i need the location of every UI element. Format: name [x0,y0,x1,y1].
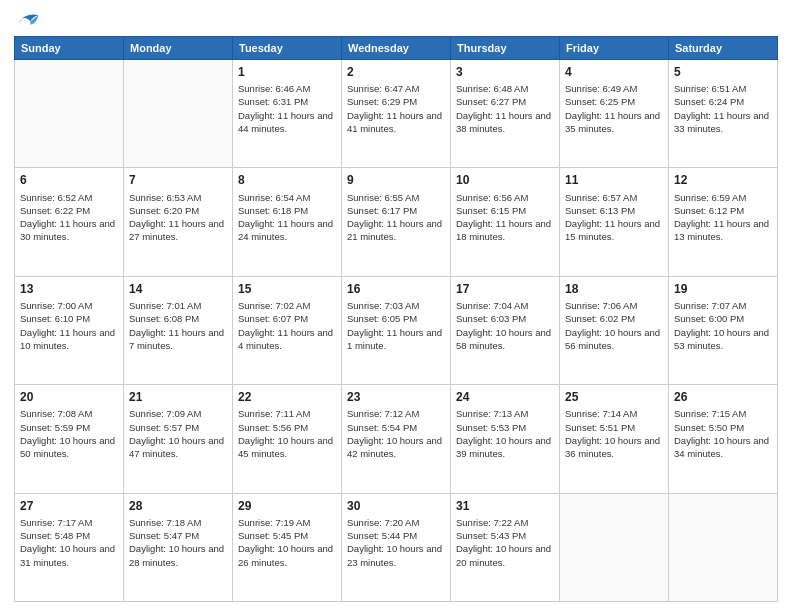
day-info: Sunrise: 7:18 AM Sunset: 5:47 PM Dayligh… [129,516,227,569]
day-number: 21 [129,389,227,405]
day-info: Sunrise: 6:56 AM Sunset: 6:15 PM Dayligh… [456,191,554,244]
day-info: Sunrise: 7:02 AM Sunset: 6:07 PM Dayligh… [238,299,336,352]
calendar-cell [560,493,669,601]
day-number: 24 [456,389,554,405]
day-number: 4 [565,64,663,80]
day-number: 18 [565,281,663,297]
calendar-day-header: Thursday [451,37,560,60]
day-number: 16 [347,281,445,297]
calendar-cell: 2Sunrise: 6:47 AM Sunset: 6:29 PM Daylig… [342,60,451,168]
calendar-week-row: 1Sunrise: 6:46 AM Sunset: 6:31 PM Daylig… [15,60,778,168]
logo [14,14,40,30]
day-number: 13 [20,281,118,297]
calendar-day-header: Friday [560,37,669,60]
calendar-cell: 8Sunrise: 6:54 AM Sunset: 6:18 PM Daylig… [233,168,342,276]
day-info: Sunrise: 6:46 AM Sunset: 6:31 PM Dayligh… [238,82,336,135]
calendar-day-header: Sunday [15,37,124,60]
day-number: 9 [347,172,445,188]
calendar-cell: 22Sunrise: 7:11 AM Sunset: 5:56 PM Dayli… [233,385,342,493]
day-info: Sunrise: 7:12 AM Sunset: 5:54 PM Dayligh… [347,407,445,460]
day-info: Sunrise: 7:03 AM Sunset: 6:05 PM Dayligh… [347,299,445,352]
calendar-cell: 25Sunrise: 7:14 AM Sunset: 5:51 PM Dayli… [560,385,669,493]
day-info: Sunrise: 7:14 AM Sunset: 5:51 PM Dayligh… [565,407,663,460]
calendar-cell: 12Sunrise: 6:59 AM Sunset: 6:12 PM Dayli… [669,168,778,276]
day-info: Sunrise: 7:13 AM Sunset: 5:53 PM Dayligh… [456,407,554,460]
day-info: Sunrise: 7:06 AM Sunset: 6:02 PM Dayligh… [565,299,663,352]
day-number: 6 [20,172,118,188]
day-info: Sunrise: 6:54 AM Sunset: 6:18 PM Dayligh… [238,191,336,244]
calendar-cell: 10Sunrise: 6:56 AM Sunset: 6:15 PM Dayli… [451,168,560,276]
day-info: Sunrise: 6:51 AM Sunset: 6:24 PM Dayligh… [674,82,772,135]
day-number: 20 [20,389,118,405]
calendar-cell: 3Sunrise: 6:48 AM Sunset: 6:27 PM Daylig… [451,60,560,168]
calendar-cell: 23Sunrise: 7:12 AM Sunset: 5:54 PM Dayli… [342,385,451,493]
logo-bird-icon [16,10,40,30]
day-number: 2 [347,64,445,80]
calendar-cell: 21Sunrise: 7:09 AM Sunset: 5:57 PM Dayli… [124,385,233,493]
calendar-cell: 11Sunrise: 6:57 AM Sunset: 6:13 PM Dayli… [560,168,669,276]
day-number: 27 [20,498,118,514]
day-number: 10 [456,172,554,188]
day-info: Sunrise: 6:57 AM Sunset: 6:13 PM Dayligh… [565,191,663,244]
day-number: 31 [456,498,554,514]
day-info: Sunrise: 7:04 AM Sunset: 6:03 PM Dayligh… [456,299,554,352]
day-number: 15 [238,281,336,297]
calendar-cell [15,60,124,168]
day-number: 23 [347,389,445,405]
calendar-cell: 9Sunrise: 6:55 AM Sunset: 6:17 PM Daylig… [342,168,451,276]
header [14,10,778,30]
day-number: 17 [456,281,554,297]
day-info: Sunrise: 6:48 AM Sunset: 6:27 PM Dayligh… [456,82,554,135]
calendar-cell: 16Sunrise: 7:03 AM Sunset: 6:05 PM Dayli… [342,276,451,384]
calendar-week-row: 6Sunrise: 6:52 AM Sunset: 6:22 PM Daylig… [15,168,778,276]
calendar-cell: 7Sunrise: 6:53 AM Sunset: 6:20 PM Daylig… [124,168,233,276]
day-number: 11 [565,172,663,188]
day-number: 25 [565,389,663,405]
calendar-cell: 4Sunrise: 6:49 AM Sunset: 6:25 PM Daylig… [560,60,669,168]
day-info: Sunrise: 7:15 AM Sunset: 5:50 PM Dayligh… [674,407,772,460]
calendar-cell: 29Sunrise: 7:19 AM Sunset: 5:45 PM Dayli… [233,493,342,601]
day-info: Sunrise: 7:09 AM Sunset: 5:57 PM Dayligh… [129,407,227,460]
day-number: 1 [238,64,336,80]
day-info: Sunrise: 7:11 AM Sunset: 5:56 PM Dayligh… [238,407,336,460]
calendar-cell: 28Sunrise: 7:18 AM Sunset: 5:47 PM Dayli… [124,493,233,601]
calendar-week-row: 27Sunrise: 7:17 AM Sunset: 5:48 PM Dayli… [15,493,778,601]
day-number: 5 [674,64,772,80]
day-number: 3 [456,64,554,80]
calendar-cell: 17Sunrise: 7:04 AM Sunset: 6:03 PM Dayli… [451,276,560,384]
day-info: Sunrise: 6:52 AM Sunset: 6:22 PM Dayligh… [20,191,118,244]
day-number: 28 [129,498,227,514]
day-info: Sunrise: 6:49 AM Sunset: 6:25 PM Dayligh… [565,82,663,135]
calendar-cell: 24Sunrise: 7:13 AM Sunset: 5:53 PM Dayli… [451,385,560,493]
day-info: Sunrise: 7:08 AM Sunset: 5:59 PM Dayligh… [20,407,118,460]
page: SundayMondayTuesdayWednesdayThursdayFrid… [0,0,792,612]
calendar-day-header: Monday [124,37,233,60]
calendar-cell: 5Sunrise: 6:51 AM Sunset: 6:24 PM Daylig… [669,60,778,168]
day-info: Sunrise: 7:20 AM Sunset: 5:44 PM Dayligh… [347,516,445,569]
calendar-cell: 15Sunrise: 7:02 AM Sunset: 6:07 PM Dayli… [233,276,342,384]
day-number: 30 [347,498,445,514]
calendar-cell: 13Sunrise: 7:00 AM Sunset: 6:10 PM Dayli… [15,276,124,384]
calendar-cell: 26Sunrise: 7:15 AM Sunset: 5:50 PM Dayli… [669,385,778,493]
calendar-cell: 1Sunrise: 6:46 AM Sunset: 6:31 PM Daylig… [233,60,342,168]
day-number: 19 [674,281,772,297]
calendar-day-header: Saturday [669,37,778,60]
day-number: 12 [674,172,772,188]
day-number: 29 [238,498,336,514]
day-info: Sunrise: 7:07 AM Sunset: 6:00 PM Dayligh… [674,299,772,352]
calendar-day-header: Wednesday [342,37,451,60]
calendar-header-row: SundayMondayTuesdayWednesdayThursdayFrid… [15,37,778,60]
calendar-cell: 19Sunrise: 7:07 AM Sunset: 6:00 PM Dayli… [669,276,778,384]
calendar-cell: 6Sunrise: 6:52 AM Sunset: 6:22 PM Daylig… [15,168,124,276]
day-number: 14 [129,281,227,297]
calendar-cell: 31Sunrise: 7:22 AM Sunset: 5:43 PM Dayli… [451,493,560,601]
calendar-cell: 18Sunrise: 7:06 AM Sunset: 6:02 PM Dayli… [560,276,669,384]
day-info: Sunrise: 7:19 AM Sunset: 5:45 PM Dayligh… [238,516,336,569]
calendar-week-row: 13Sunrise: 7:00 AM Sunset: 6:10 PM Dayli… [15,276,778,384]
day-info: Sunrise: 6:59 AM Sunset: 6:12 PM Dayligh… [674,191,772,244]
calendar-day-header: Tuesday [233,37,342,60]
calendar-week-row: 20Sunrise: 7:08 AM Sunset: 5:59 PM Dayli… [15,385,778,493]
day-info: Sunrise: 6:53 AM Sunset: 6:20 PM Dayligh… [129,191,227,244]
day-info: Sunrise: 7:17 AM Sunset: 5:48 PM Dayligh… [20,516,118,569]
day-number: 26 [674,389,772,405]
